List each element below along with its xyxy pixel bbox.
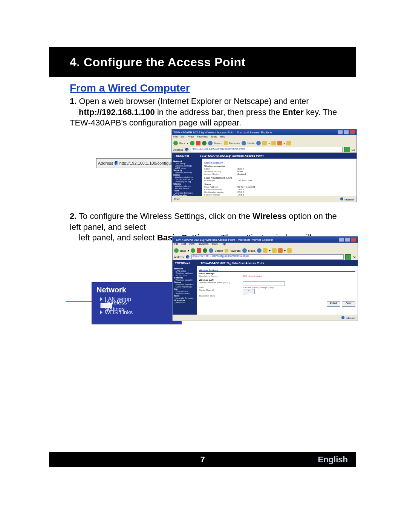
back-icon[interactable] [173, 141, 178, 145]
menu-file[interactable]: File [173, 135, 177, 140]
chevron-right-icon [101, 304, 103, 307]
stop-icon[interactable] [197, 248, 201, 253]
left-nav: Network LAN setup Wireless settings WDS … [172, 159, 202, 196]
menu-file[interactable]: File [174, 243, 178, 247]
media-label[interactable]: Media [248, 249, 256, 252]
menu-help[interactable]: Help [220, 135, 225, 140]
row-bl-k: BootLoader Version [204, 191, 235, 193]
browser-toolbar-2: Back ▾ Search Favorites Media ▾ ▾ [173, 247, 358, 254]
edit-icon[interactable] [278, 248, 283, 253]
media-icon[interactable] [242, 141, 246, 145]
address-label-3: Address [174, 256, 184, 258]
row-mac-k: MAC Address [204, 186, 235, 188]
row-ip-k: IP Address [204, 179, 235, 182]
back-label[interactable]: Back [180, 249, 186, 252]
print-icon[interactable] [271, 141, 276, 145]
forward-icon[interactable] [191, 248, 195, 253]
main-panel-wireless: Wireless Settings Radio settings Regulat… [197, 266, 358, 315]
stop-icon[interactable] [196, 141, 200, 145]
menu-favorites[interactable]: Favorites [197, 135, 208, 140]
step1-enter: Enter [283, 107, 304, 117]
row-band-v[interactable]: 2.4 GHz (Mixed) change policy... [243, 286, 275, 289]
history-icon[interactable] [256, 141, 261, 145]
broadcast-checkbox[interactable] [243, 295, 247, 299]
favorites-label[interactable]: Favorites [229, 142, 240, 145]
media-label[interactable]: Media [248, 142, 255, 145]
menu-tools[interactable]: Tools [211, 243, 217, 247]
address-input[interactable]: http://192.168.1.100/configuration/index… [191, 147, 343, 152]
default-button[interactable]: Default [327, 301, 340, 307]
callout-wds-links[interactable]: WDS Links [100, 309, 177, 315]
browser-menu[interactable]: File Edit View Favorites Tools Help [172, 135, 357, 140]
go-button-2[interactable] [345, 254, 351, 260]
radio-settings-heading: Radio settings [199, 272, 355, 275]
address-line-2: Address http://192.168.1.100/configurati… [173, 254, 358, 260]
manual-page: 4. Configure the Access Point From a Wir… [0, 0, 407, 532]
row-bl-v: 2.5.2.0 [237, 191, 244, 193]
search-label[interactable]: Search [214, 142, 222, 145]
wlan-heading: Wireless LAN [199, 279, 355, 281]
back-label[interactable]: Back [179, 142, 185, 145]
menu-tools[interactable]: Tools [211, 135, 217, 140]
refresh-icon[interactable] [203, 248, 207, 253]
go-label-2[interactable]: Go [353, 256, 356, 258]
close-icon[interactable] [350, 130, 355, 135]
mail-icon[interactable] [262, 141, 267, 145]
figure-1: Address http://192.168.1.100/configurati… [96, 129, 357, 202]
nav-event-log[interactable]: Event report log [176, 286, 195, 288]
nav-password[interactable]: password [176, 301, 195, 304]
wireless-settings-heading: Wireless Settings [199, 269, 355, 272]
menu-edit[interactable]: Edit [181, 243, 186, 247]
minimize-icon[interactable] [339, 237, 344, 242]
address-line: Address http://192.168.1.100/configurati… [172, 147, 357, 153]
ssid-input[interactable] [243, 281, 285, 286]
favorites-icon[interactable] [224, 141, 228, 145]
back-icon[interactable] [174, 248, 179, 253]
media-icon[interactable] [242, 248, 247, 253]
menu-view[interactable]: View [188, 135, 194, 140]
mail-icon[interactable] [263, 248, 268, 253]
refresh-icon[interactable] [202, 141, 207, 145]
status-heading: Status [204, 183, 354, 185]
menu-favorites[interactable]: Favorites [197, 243, 208, 247]
row-ssid-k: SSID [204, 168, 235, 170]
product-header-2: TRENDnet TEW-430APB 802.11g Wireless Acc… [173, 260, 358, 266]
brand-logo-2: TRENDnet [175, 261, 197, 265]
print-icon[interactable] [272, 248, 277, 253]
globe-icon [115, 161, 118, 165]
apply-button[interactable]: Apply [342, 301, 355, 307]
favorites-label[interactable]: Favorites [230, 249, 241, 252]
close-icon[interactable] [351, 237, 356, 242]
home-icon[interactable] [208, 141, 213, 145]
chevron-right-icon [100, 297, 103, 301]
brand-logo: TRENDnet [174, 154, 197, 157]
channel-select[interactable]: 6 [243, 289, 255, 294]
discuss-icon[interactable] [287, 248, 292, 253]
maximize-icon[interactable] [345, 237, 350, 242]
go-label[interactable]: Go [352, 148, 355, 151]
address-input-2[interactable]: http://192.168.1.100/configuration/wirel… [191, 254, 344, 260]
forward-icon[interactable] [190, 141, 194, 145]
menu-help[interactable]: Help [221, 243, 226, 247]
row-reg-v[interactable]: FCC change region... [243, 275, 264, 277]
menu-edit[interactable]: Edit [181, 135, 185, 140]
browser-menu-2[interactable]: File Edit View Favorites Tools Help [173, 243, 358, 247]
maximize-icon[interactable] [344, 130, 349, 135]
discuss-icon[interactable] [286, 141, 291, 145]
step1-text-a: Open a web browser (Internet Explorer or… [79, 96, 309, 106]
step1-url: http://192.168.1.100 [79, 107, 155, 117]
callout-wireless-settings[interactable]: Wireless settings [100, 303, 112, 308]
history-icon[interactable] [257, 248, 262, 253]
browser-toolbar: Back ▾ Search Favorites Media ▾ ▾ [172, 140, 357, 147]
edit-icon[interactable] [277, 141, 282, 145]
globe-icon-3 [186, 255, 189, 259]
row-fv-v: 1.0.5.1 [237, 194, 244, 196]
home-icon[interactable] [209, 248, 213, 253]
go-button[interactable] [344, 147, 350, 152]
menu-view[interactable]: View [189, 243, 194, 247]
minimize-icon[interactable] [338, 130, 343, 135]
row-band-k: Band [199, 286, 240, 289]
favorites-icon[interactable] [225, 249, 228, 252]
step1-text-b: in the address bar, then press the [157, 107, 283, 117]
search-label[interactable]: Search [215, 249, 223, 252]
